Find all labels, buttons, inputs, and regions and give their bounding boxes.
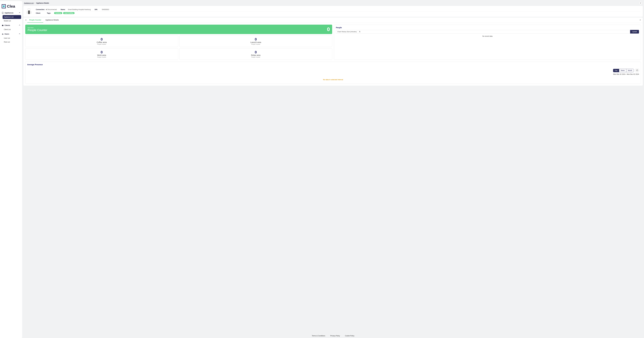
area-card-launch: 0 Launch area People Counter bbox=[180, 35, 332, 47]
breadcrumb-current: Appliance Details bbox=[36, 2, 49, 4]
sn-value: SN000003 bbox=[102, 9, 109, 11]
nav-group-label: Users bbox=[4, 33, 9, 35]
nav-group-clients[interactable]: Clients bbox=[1, 23, 21, 27]
date-range: Mon Dec 02 2024 - Mon Dec 02 2024 bbox=[27, 73, 639, 75]
area-card-work: 0 Work area People Counter bbox=[25, 48, 178, 60]
realtime-hero: Real time People Counter 0 bbox=[25, 25, 332, 34]
area-name: Work area bbox=[27, 54, 176, 56]
tablet-icon bbox=[2, 12, 4, 14]
tab-scroll-left-icon[interactable] bbox=[24, 19, 27, 21]
sidebar: Clea Appliances Appliance List Model Lis… bbox=[0, 1, 22, 338]
logo-icon bbox=[2, 4, 6, 9]
breadcrumb: Appliance List / Appliance Details bbox=[24, 2, 49, 4]
footer: Terms & Conditions Privacy Policy Cookie… bbox=[24, 333, 643, 338]
nav-group-appliances[interactable]: Appliances bbox=[1, 11, 21, 15]
avg-title: Average Presence bbox=[27, 64, 639, 66]
svg-rect-16 bbox=[30, 12, 32, 14]
area-caption: People Counter bbox=[27, 44, 176, 45]
brand-logo: Clea bbox=[1, 3, 21, 11]
footer-privacy-link[interactable]: Privacy Policy bbox=[330, 335, 340, 337]
tab-scroll-right-icon[interactable] bbox=[639, 19, 642, 21]
segment-day[interactable]: Day bbox=[613, 69, 619, 72]
area-caption: People Counter bbox=[181, 44, 330, 45]
area-card-coffee: 0 Coffee area People Counter bbox=[25, 35, 178, 47]
sidebar-item-client-list[interactable]: Client List bbox=[2, 28, 21, 32]
area-name: Coffee area bbox=[27, 41, 176, 43]
people-chart-card: People Chart History Size (minutes) Upda… bbox=[334, 25, 641, 60]
sidebar-item-user-list[interactable]: User List bbox=[2, 36, 21, 40]
svg-rect-2 bbox=[3, 6, 4, 7]
tag: hamburg bbox=[54, 12, 62, 14]
connection-value: Disconnected bbox=[46, 9, 57, 11]
footer-terms-link[interactable]: Terms & Conditions bbox=[312, 335, 325, 337]
area-name: Relax area bbox=[181, 54, 330, 56]
status-dot-icon bbox=[46, 9, 47, 10]
chevron-up-icon bbox=[19, 24, 20, 26]
calendar-icon bbox=[636, 70, 638, 72]
sidebar-item-appliance-list[interactable]: Appliance List bbox=[2, 15, 21, 19]
sidebar-item-model-list[interactable]: Model List bbox=[2, 19, 21, 23]
area-caption: People Counter bbox=[27, 57, 176, 58]
area-value: 0 bbox=[181, 37, 330, 41]
main-content: Appliance List / Appliance Details IP bbox=[22, 0, 644, 338]
svg-rect-17 bbox=[636, 70, 638, 71]
area-card-relax: 0 Relax area People Counter bbox=[180, 48, 332, 60]
svg-rect-6 bbox=[2, 25, 3, 25]
name-label: Name: bbox=[61, 9, 67, 11]
people-chart-empty: No recent data bbox=[336, 35, 639, 37]
update-button[interactable]: Update bbox=[630, 30, 639, 34]
tag: smart building bbox=[63, 12, 74, 14]
svg-point-4 bbox=[2, 13, 3, 14]
time-range-segment: Day Week Month bbox=[613, 69, 634, 72]
footer-cookie-link[interactable]: Cookie Policy bbox=[345, 335, 354, 337]
nav-group-users[interactable]: Users bbox=[1, 32, 21, 36]
chevron-up-icon bbox=[19, 12, 20, 14]
area-caption: People Counter bbox=[181, 57, 330, 58]
svg-rect-9 bbox=[28, 9, 30, 10]
hero-value: 0 bbox=[327, 27, 330, 32]
briefcase-icon bbox=[2, 25, 4, 26]
avatar[interactable]: IP bbox=[639, 2, 642, 5]
avg-empty-message: No data in selected interval bbox=[27, 79, 639, 81]
calendar-button[interactable] bbox=[635, 69, 639, 72]
segment-week[interactable]: Week bbox=[619, 69, 626, 72]
tags-label: Tags: bbox=[47, 12, 53, 14]
people-chart-title: People bbox=[336, 27, 639, 29]
area-value: 0 bbox=[27, 50, 176, 54]
average-presence-card: Average Presence Day Week Month Mon Dec … bbox=[25, 62, 641, 84]
nav-group-label: Appliances bbox=[4, 12, 14, 14]
breadcrumb-link[interactable]: Appliance List bbox=[24, 2, 34, 4]
client-label: Client: bbox=[36, 12, 42, 14]
svg-rect-15 bbox=[26, 12, 28, 14]
nav-group-label: Clients bbox=[4, 24, 10, 26]
history-size-input[interactable] bbox=[358, 30, 630, 34]
sn-label: S/N: bbox=[94, 9, 101, 11]
device-icon bbox=[26, 8, 33, 15]
area-name: Launch area bbox=[181, 41, 330, 43]
name-value: Smart Building Hospital Hamburg bbox=[68, 9, 91, 11]
chevron-up-icon bbox=[19, 33, 20, 35]
users-icon bbox=[2, 33, 4, 35]
area-value: 0 bbox=[27, 37, 176, 41]
breadcrumb-separator: / bbox=[35, 2, 35, 4]
tags-container: hamburg smart building bbox=[54, 12, 75, 14]
brand-name: Clea bbox=[7, 4, 15, 9]
hero-title: People Counter bbox=[28, 29, 47, 32]
svg-point-8 bbox=[3, 34, 3, 34]
sidebar-item-role-list[interactable]: Role List bbox=[2, 40, 21, 44]
tab-bar: People Counter Appliance Details bbox=[24, 18, 643, 23]
appliance-header-panel: Connection: Disconnected Name: Smart Bui… bbox=[24, 6, 643, 17]
tab-appliance-details[interactable]: Appliance Details bbox=[43, 18, 61, 23]
history-size-label: Chart History Size (minutes) bbox=[336, 30, 358, 34]
area-value: 0 bbox=[181, 50, 330, 54]
segment-month[interactable]: Month bbox=[626, 69, 634, 72]
tab-people-counter[interactable]: People Counter bbox=[27, 18, 43, 23]
svg-point-7 bbox=[2, 33, 3, 34]
connection-label: Connection: bbox=[36, 9, 45, 11]
hero-subtitle: Real time bbox=[28, 27, 47, 29]
svg-rect-5 bbox=[2, 25, 4, 26]
realtime-column: Real time People Counter 0 0 Coffee area… bbox=[25, 25, 332, 60]
